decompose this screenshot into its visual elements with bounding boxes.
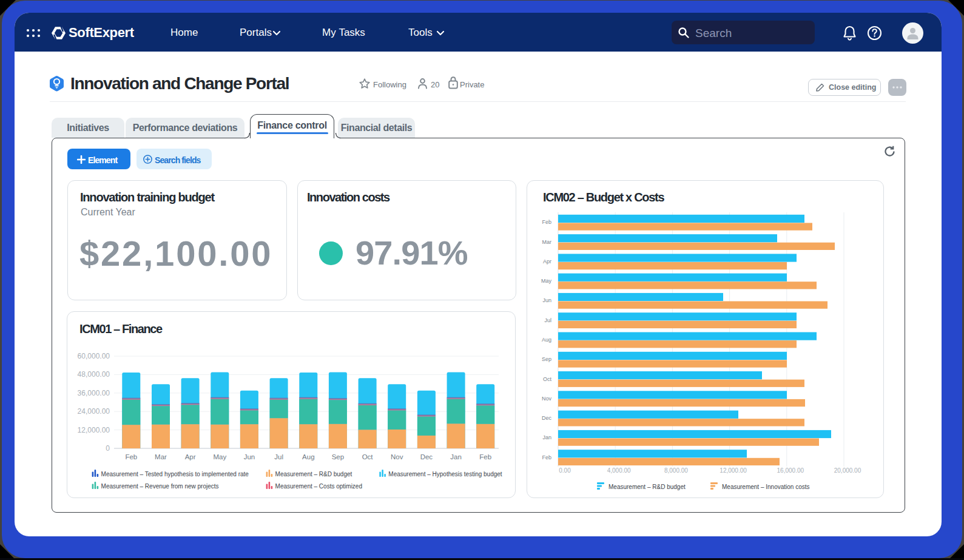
svg-text:Jun: Jun	[542, 297, 551, 303]
svg-text:24,000.00: 24,000.00	[78, 407, 110, 416]
svg-text:4,000.00: 4,000.00	[607, 467, 631, 474]
svg-text:May: May	[541, 278, 552, 284]
svg-text:Apr: Apr	[185, 453, 196, 460]
svg-text:Measurement – Tested hypothesi: Measurement – Tested hypothesis to imple…	[101, 471, 249, 477]
svg-text:Aug: Aug	[542, 337, 551, 343]
svg-text:Apr: Apr	[543, 258, 551, 265]
svg-text:Sep: Sep	[542, 356, 551, 362]
svg-text:20,000.00: 20,000.00	[834, 467, 861, 474]
svg-text:16,000.00: 16,000.00	[777, 467, 804, 474]
svg-text:Sep: Sep	[332, 453, 344, 460]
svg-text:Mar: Mar	[542, 239, 552, 245]
svg-text:48,000.00: 48,000.00	[78, 370, 110, 379]
svg-text:May: May	[213, 453, 226, 460]
svg-text:Feb: Feb	[542, 454, 551, 460]
svg-text:Measurement – Innovation costs: Measurement – Innovation costs	[722, 484, 810, 490]
svg-text:Measurement – Revenue from new: Measurement – Revenue from new projects	[101, 483, 219, 490]
svg-text:Measurement – Hypothesis testi: Measurement – Hypothesis testing budget	[388, 471, 502, 477]
svg-text:Jul: Jul	[274, 453, 283, 460]
svg-text:Oct: Oct	[362, 453, 374, 460]
svg-text:Jan: Jan	[542, 434, 551, 440]
svg-text:Feb: Feb	[125, 453, 137, 460]
svg-text:Measurement – R&D budget: Measurement – R&D budget	[275, 471, 352, 477]
svg-text:12,000.00: 12,000.00	[78, 426, 110, 434]
svg-text:Measurement – R&D budget: Measurement – R&D budget	[608, 484, 686, 490]
svg-text:8,000.00: 8,000.00	[664, 467, 688, 474]
svg-text:Jun: Jun	[244, 453, 255, 460]
svg-text:Feb: Feb	[542, 219, 551, 225]
svg-text:Oct: Oct	[543, 376, 552, 382]
svg-text:Measurement – Costs optimized: Measurement – Costs optimized	[275, 483, 362, 490]
svg-text:36,000.00: 36,000.00	[78, 389, 110, 397]
svg-text:Mar: Mar	[155, 453, 167, 460]
svg-text:Nov: Nov	[542, 396, 552, 402]
svg-text:0.00: 0.00	[559, 467, 571, 474]
svg-text:60,000.00: 60,000.00	[78, 352, 110, 360]
svg-text:12,000.00: 12,000.00	[720, 467, 747, 474]
svg-text:Jan: Jan	[450, 453, 462, 460]
svg-text:Feb: Feb	[479, 453, 491, 460]
svg-text:Jul: Jul	[544, 317, 551, 323]
svg-text:Dec: Dec	[542, 415, 552, 421]
svg-text:Dec: Dec	[420, 453, 433, 460]
svg-text:0: 0	[106, 444, 110, 453]
svg-text:Aug: Aug	[302, 453, 314, 460]
svg-text:Nov: Nov	[391, 453, 403, 460]
